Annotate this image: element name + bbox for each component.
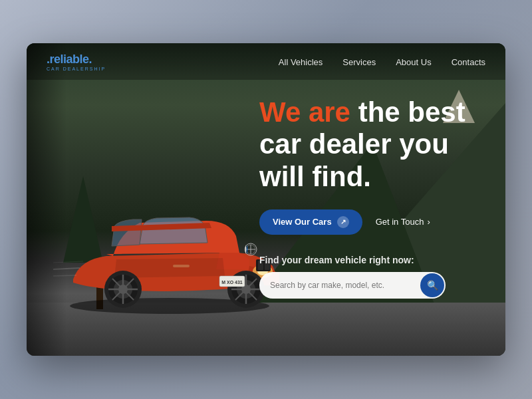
nav-link-vehicles[interactable]: All Vehicles xyxy=(279,57,323,67)
nav-item-services[interactable]: Services xyxy=(342,56,376,68)
external-link-icon: ↗ xyxy=(337,216,349,228)
nav-link-contacts[interactable]: Contacts xyxy=(452,57,485,67)
search-label: Find your dream vehicle right now: xyxy=(259,255,472,265)
svg-rect-3 xyxy=(173,265,190,267)
nav-link-services[interactable]: Services xyxy=(342,57,376,67)
logo-sub: CAR DEALERSHIP xyxy=(47,66,106,71)
hero-buttons: View Our Cars ↗ Get in Touch › xyxy=(259,209,472,235)
search-input[interactable] xyxy=(259,274,419,297)
hero-content: We are the best car dealer you will find… xyxy=(259,96,472,299)
nav-item-about[interactable]: About Us xyxy=(396,56,431,68)
get-in-touch-label: Get in Touch xyxy=(376,217,424,227)
get-in-touch-button[interactable]: Get in Touch › xyxy=(376,217,430,227)
search-button[interactable]: 🔍 xyxy=(420,273,444,297)
view-cars-label: View Our Cars xyxy=(273,217,332,227)
hero-headline: We are the best car dealer you will find… xyxy=(259,96,472,193)
headline-highlight: We are xyxy=(259,96,350,128)
nav-item-contacts[interactable]: Contacts xyxy=(452,56,485,68)
browser-window: M XO 431 .reliable xyxy=(27,43,505,356)
nav-link-about[interactable]: About Us xyxy=(396,57,431,67)
hero-section: M XO 431 .reliable xyxy=(27,43,505,356)
car-image: M XO 431 xyxy=(53,173,286,319)
nav-item-vehicles[interactable]: All Vehicles xyxy=(279,56,323,68)
chevron-right-icon: › xyxy=(427,217,430,227)
search-icon: 🔍 xyxy=(427,280,438,291)
svg-text:M XO 431: M XO 431 xyxy=(221,280,243,285)
motion-blur-left xyxy=(27,43,66,356)
logo-main: .reliable. xyxy=(47,53,106,66)
logo: .reliable. CAR DEALERSHIP xyxy=(47,53,106,71)
view-cars-button[interactable]: View Our Cars ↗ xyxy=(259,209,362,235)
nav-links: All Vehicles Services About Us Contacts xyxy=(279,56,485,68)
navbar: .reliable. CAR DEALERSHIP All Vehicles S… xyxy=(27,43,505,80)
search-bar: 🔍 xyxy=(259,272,446,299)
